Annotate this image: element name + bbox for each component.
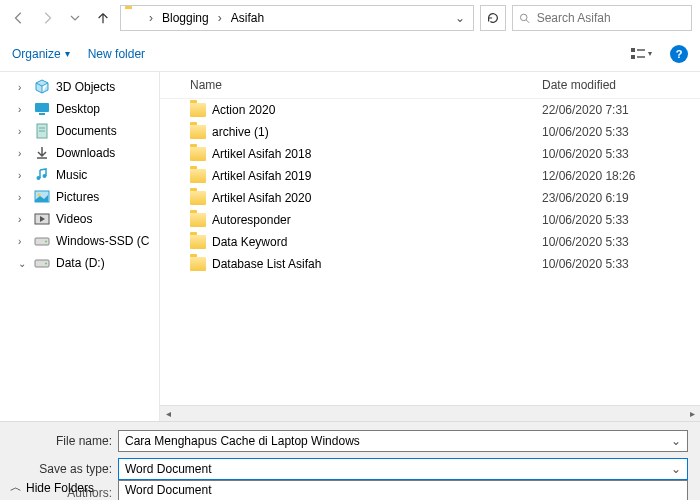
svg-rect-2 — [631, 48, 635, 52]
save-dialog: › Blogging › Asifah ⌄ Organize▾ New fold… — [0, 0, 700, 500]
save-form: File name: Cara Menghapus Cache di Lapto… — [0, 421, 700, 500]
sidebar-item[interactable]: ›3D Objects — [0, 76, 159, 98]
refresh-button[interactable] — [480, 5, 506, 31]
path-segment[interactable]: Asifah — [228, 11, 267, 25]
svg-rect-7 — [39, 113, 45, 115]
tree-caret-icon[interactable]: › — [18, 148, 28, 159]
svg-point-12 — [37, 176, 41, 180]
new-folder-button[interactable]: New folder — [88, 47, 145, 61]
savetype-label: Save as type: — [12, 462, 112, 476]
svg-point-20 — [45, 263, 47, 265]
sidebar-item[interactable]: ›Windows-SSD (C — [0, 230, 159, 252]
file-date: 12/06/2020 18:26 — [542, 169, 692, 183]
help-button[interactable]: ? — [670, 45, 688, 63]
file-row[interactable]: Autoresponder10/06/2020 5:33 — [160, 209, 700, 231]
file-row[interactable]: Data Keyword10/06/2020 5:33 — [160, 231, 700, 253]
chevron-right-icon: › — [147, 11, 155, 25]
file-row[interactable]: Artikel Asifah 201810/06/2020 5:33 — [160, 143, 700, 165]
video-icon — [34, 211, 50, 227]
sidebar-item[interactable]: ›Music — [0, 164, 159, 186]
file-date: 10/06/2020 5:33 — [542, 213, 692, 227]
chevron-down-icon: ▾ — [65, 48, 70, 59]
svg-rect-3 — [631, 55, 635, 59]
savetype-combo[interactable]: Word Document⌄ — [118, 458, 688, 480]
folder-icon — [190, 257, 206, 271]
folder-icon — [190, 235, 206, 249]
filename-input[interactable]: Cara Menghapus Cache di Laptop Windows⌄ — [118, 430, 688, 452]
sidebar-item-label: Documents — [56, 124, 117, 138]
music-icon — [34, 167, 50, 183]
cube-icon — [34, 79, 50, 95]
tree-caret-icon[interactable]: › — [18, 236, 28, 247]
up-button[interactable] — [92, 7, 114, 29]
file-name: Action 2020 — [212, 103, 275, 117]
sidebar-item-label: Desktop — [56, 102, 100, 116]
sidebar-item-label: Windows-SSD (C — [56, 234, 149, 248]
forward-button[interactable] — [36, 7, 58, 29]
folder-icon — [190, 147, 206, 161]
file-row[interactable]: Artikel Asifah 202023/06/2020 6:19 — [160, 187, 700, 209]
file-row[interactable]: Artikel Asifah 201912/06/2020 18:26 — [160, 165, 700, 187]
file-date: 23/06/2020 6:19 — [542, 191, 692, 205]
file-name: archive (1) — [212, 125, 269, 139]
folder-icon — [190, 213, 206, 227]
folder-icon — [190, 103, 206, 117]
recent-dropdown[interactable] — [64, 7, 86, 29]
savetype-dropdown[interactable]: Word DocumentWord Macro-Enabled Document… — [118, 480, 688, 500]
tree-caret-icon[interactable]: ⌄ — [18, 258, 28, 269]
sidebar-item-label: Data (D:) — [56, 256, 105, 270]
file-name: Artikel Asifah 2020 — [212, 191, 311, 205]
tree-caret-icon[interactable]: › — [18, 170, 28, 181]
file-row[interactable]: archive (1)10/06/2020 5:33 — [160, 121, 700, 143]
file-list[interactable]: Action 202022/06/2020 7:31archive (1)10/… — [160, 99, 700, 405]
address-bar[interactable]: › Blogging › Asifah ⌄ — [120, 5, 474, 31]
file-area: Name Date modified Action 202022/06/2020… — [160, 72, 700, 421]
organize-menu[interactable]: Organize▾ — [12, 47, 70, 61]
scroll-right-icon[interactable]: ▸ — [684, 408, 700, 419]
sidebar-item-label: Videos — [56, 212, 92, 226]
hide-folders-toggle[interactable]: ︿ Hide Folders — [10, 479, 94, 496]
svg-rect-6 — [35, 103, 49, 112]
file-row[interactable]: Database List Asifah10/06/2020 5:33 — [160, 253, 700, 275]
chevron-down-icon: ⌄ — [671, 462, 681, 476]
file-row[interactable]: Action 202022/06/2020 7:31 — [160, 99, 700, 121]
search-box[interactable] — [512, 5, 692, 31]
column-date[interactable]: Date modified — [542, 78, 692, 92]
filename-label: File name: — [12, 434, 112, 448]
folder-icon — [190, 125, 206, 139]
column-headers[interactable]: Name Date modified — [160, 72, 700, 99]
sidebar-item[interactable]: ›Documents — [0, 120, 159, 142]
tree-caret-icon[interactable]: › — [18, 104, 28, 115]
file-name: Artikel Asifah 2018 — [212, 147, 311, 161]
sidebar-item-label: 3D Objects — [56, 80, 115, 94]
file-date: 10/06/2020 5:33 — [542, 257, 692, 271]
nav-tree[interactable]: ›3D Objects›Desktop›Documents›Downloads›… — [0, 72, 160, 421]
file-name: Artikel Asifah 2019 — [212, 169, 311, 183]
desktop-icon — [34, 101, 50, 117]
back-button[interactable] — [8, 7, 30, 29]
tree-caret-icon[interactable]: › — [18, 126, 28, 137]
sidebar-item[interactable]: ›Downloads — [0, 142, 159, 164]
tree-caret-icon[interactable]: › — [18, 192, 28, 203]
sidebar-item[interactable]: ›Videos — [0, 208, 159, 230]
search-input[interactable] — [537, 11, 685, 25]
chevron-right-icon: › — [216, 11, 224, 25]
path-segment[interactable]: Blogging — [159, 11, 212, 25]
sidebar-item[interactable]: ›Pictures — [0, 186, 159, 208]
svg-point-18 — [45, 241, 47, 243]
sidebar-item[interactable]: ›Desktop — [0, 98, 159, 120]
horizontal-scrollbar[interactable]: ◂ ▸ — [160, 405, 700, 421]
tree-caret-icon[interactable]: › — [18, 214, 28, 225]
column-name[interactable]: Name — [190, 78, 542, 92]
sidebar-item[interactable]: ⌄Data (D:) — [0, 252, 159, 274]
scroll-left-icon[interactable]: ◂ — [160, 408, 176, 419]
sidebar-item-label: Music — [56, 168, 87, 182]
tree-caret-icon[interactable]: › — [18, 82, 28, 93]
chevron-up-icon: ︿ — [10, 479, 22, 496]
view-options-button[interactable]: ▾ — [630, 43, 652, 65]
savetype-option[interactable]: Word Document — [119, 481, 687, 499]
chevron-down-icon[interactable]: ⌄ — [671, 434, 681, 448]
chevron-down-icon[interactable]: ⌄ — [451, 11, 469, 25]
folder-icon — [190, 169, 206, 183]
svg-point-0 — [520, 14, 527, 21]
